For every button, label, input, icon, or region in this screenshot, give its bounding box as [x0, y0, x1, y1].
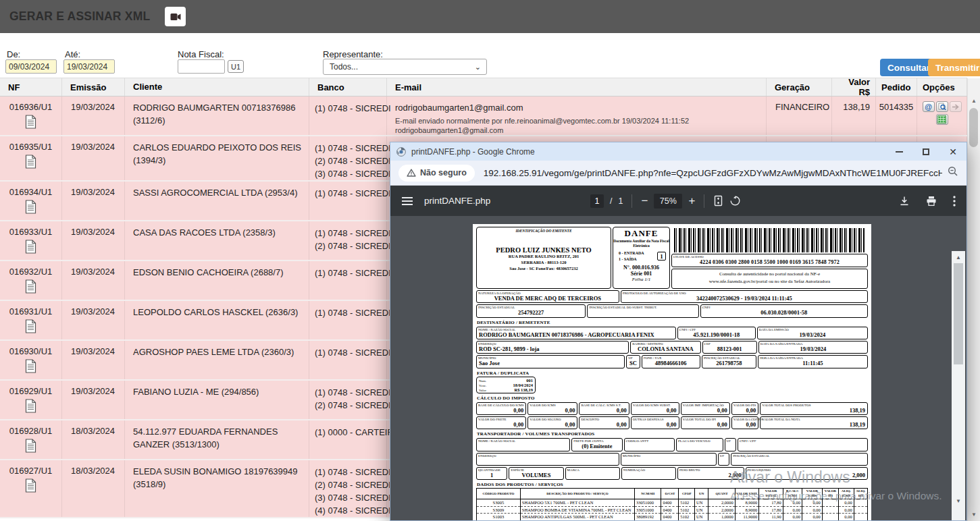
chave-acesso-box: CHAVE DE ACESSO 4224 0306 0300 2800 0158…: [671, 254, 868, 267]
nf-cell: 016928/U1: [0, 420, 62, 459]
document-icon[interactable]: [25, 399, 36, 415]
filter-bar: De: Até: Nota Fiscal: U1 Representante: …: [0, 33, 980, 78]
transporte-campo: QUANTIDADE1: [476, 467, 507, 480]
transporte-campo: CODIGO ANTT: [624, 438, 675, 451]
cliente-cell: AGROSHOP PAES LEME LTDA (2360/3): [125, 341, 309, 379]
search-doc-icon[interactable]: [936, 101, 948, 112]
security-chip-label: Não seguro: [420, 168, 467, 177]
produto-campo: 17,80: [759, 499, 783, 506]
produtos-col-header: VALOR IPI: [822, 489, 838, 499]
destinatario-campo-label: DATA DA EMISSÃO: [759, 328, 789, 331]
transporte-row: ENDEREÇO MUNICÍPIO UF INSCRIÇÃO ESTADUAL: [476, 453, 868, 466]
destinatario-row: NOME / RAZÃO SOCIALRODRIGO BAUMGARTEN 00…: [476, 327, 868, 339]
destinatario-campo: HORA DA SAÍDA/ENTRADA11:11:45: [758, 355, 868, 368]
document-icon[interactable]: [25, 155, 36, 171]
video-tutorial-button[interactable]: [165, 7, 186, 26]
document-icon[interactable]: [25, 478, 36, 495]
produto-campo: UN: [695, 506, 708, 513]
maximize-button[interactable]: [912, 142, 939, 161]
address-bar[interactable]: Não seguro 192.168.25.91/vegom/ge/printD…: [390, 161, 966, 186]
col-email: E-mail: [387, 78, 767, 96]
imposto-campo: VALOR TOTAL DA NOTA138,19: [760, 416, 868, 429]
window-titlebar[interactable]: printDANFE.php - Google Chrome ✕: [390, 142, 966, 161]
pdf-viewport[interactable]: IDENTIFICAÇÃO DO EMITENTE PEDRO LUIZ JUN…: [390, 216, 966, 520]
produtos-col-header: ALIQ. IPI: [854, 489, 867, 499]
zoom-out-button[interactable]: −: [641, 194, 648, 208]
nf-cell: 016931/U1: [0, 301, 62, 339]
ate-label: Até:: [65, 49, 80, 59]
zoom-out-lens-icon[interactable]: [948, 166, 958, 180]
fit-page-icon[interactable]: [713, 195, 723, 207]
security-chip[interactable]: Não seguro: [398, 165, 475, 182]
pdf-scroll-up-icon[interactable]: ▲: [952, 252, 965, 262]
produto-campo: [822, 499, 838, 506]
chave-valor: 4224 0306 0300 2800 0158 5500 1000 0169 …: [673, 259, 866, 265]
download-icon[interactable]: [899, 196, 910, 207]
destinatario-campo-valor: 45.921.190/0001-18: [680, 332, 753, 338]
minimize-button[interactable]: [885, 142, 912, 161]
produtos-col-header: CÓDIGO PRODUTO: [477, 489, 521, 499]
imposto-campo: BASE DE CÁLC. ICMS S.T.0,00: [579, 402, 629, 415]
emissao-cell: 19/03/2024: [62, 341, 125, 379]
url-text[interactable]: 192.168.25.91/vegom/ge/printDANFE.php?nf…: [484, 168, 942, 178]
send-icon[interactable]: [950, 101, 962, 112]
produto-row: S3009SHAMPOO BOMBA DE VITAMINA 700ML - P…: [477, 506, 868, 513]
produtos-col-header: UN: [695, 489, 708, 499]
transporte-campo: INSCRIÇÃO ESTADUAL: [731, 453, 868, 466]
ate-input[interactable]: [63, 59, 115, 74]
close-button[interactable]: ✕: [939, 142, 966, 161]
banco-line: (1) 0748 - SICREDI: [315, 102, 386, 115]
nota-fiscal-input[interactable]: [178, 59, 225, 74]
nf-cell: 016935/U1: [0, 136, 62, 180]
document-icon[interactable]: [25, 439, 36, 455]
imposto-campo-valor: 0,00: [684, 408, 727, 414]
transmitir-button[interactable]: Transmitir: [928, 59, 980, 76]
document-icon[interactable]: [25, 200, 36, 216]
email-at-icon[interactable]: @: [923, 101, 935, 112]
page-scrollbar[interactable]: ▲ ▼: [967, 78, 980, 521]
de-input[interactable]: [5, 59, 57, 74]
destinatario-campo: BAIRRO / DISTRITOCOLONIA SANTANA: [630, 341, 700, 354]
document-icon[interactable]: [25, 319, 36, 335]
table-row[interactable]: 016936/U119/03/2024RODRIGO BAUMGARTEN 00…: [0, 97, 967, 136]
emissao-cell: 19/03/2024: [62, 381, 125, 419]
page-scrollbar-thumb[interactable]: [969, 108, 978, 147]
imposto-campo: VALOR DO PIS0,00: [731, 402, 759, 415]
pdf-scrollbar-thumb[interactable]: [954, 263, 963, 364]
cliente-cell: FABIANO LUZIA - ME (294/856): [125, 381, 309, 419]
chevron-down-icon: ⌄: [475, 63, 481, 72]
produtos-col-header: CFOP: [679, 489, 695, 499]
produto-campo: [854, 514, 867, 520]
document-icon[interactable]: [25, 240, 36, 256]
transporte-campo-valor: 1: [479, 472, 505, 478]
menu-hamburger-icon[interactable]: [402, 196, 413, 206]
rotate-icon[interactable]: [729, 195, 741, 207]
document-icon[interactable]: [25, 115, 36, 131]
zoom-level: 75%: [654, 194, 682, 209]
transporte-campo-valor: [479, 443, 567, 449]
app-screen: GERAR E ASSINAR XML De: Até: Nota Fiscal…: [0, 0, 980, 521]
print-icon[interactable]: [926, 196, 937, 207]
pdf-scrollbar[interactable]: ▲ ▼: [952, 251, 965, 520]
more-options-icon[interactable]: [953, 196, 956, 207]
zoom-in-button[interactable]: +: [688, 194, 695, 208]
scroll-down-arrow-icon[interactable]: ▼: [968, 510, 980, 520]
destinatario-campo-valor: 19/03/2024: [760, 332, 865, 338]
produto-campo: [822, 514, 838, 520]
imposto-campo-label: VALOR TOTAL DO IPI: [683, 418, 716, 421]
cliente-cell: LEOPOLDO CARLOS HASCKEL (2636/3): [125, 301, 309, 339]
transporte-campo-label: PESO LÍQUIDO: [748, 468, 771, 472]
banco-cell: (1) 0748 - SICREDI(2) 0748 - SICREDI(3) …: [309, 460, 387, 517]
document-icon[interactable]: [25, 359, 36, 375]
nf-cell: 016932/U1: [0, 261, 62, 300]
scroll-up-arrow-icon[interactable]: ▲: [968, 96, 980, 106]
xml-grid-icon[interactable]: [936, 114, 948, 125]
destinatario-section: NOME / RAZÃO SOCIALRODRIGO BAUMGARTEN 00…: [476, 327, 868, 368]
page-number-input[interactable]: 1: [590, 194, 604, 208]
document-icon[interactable]: [25, 279, 36, 296]
cliente-cell: SASSI AGROCOMERCIAL LTDA (2953/4): [125, 182, 309, 220]
pdf-scroll-down-icon[interactable]: ▼: [952, 496, 965, 505]
transporte-campo-label: CODIGO ANTT: [626, 439, 649, 443]
destinatario-campo-label: UF: [628, 356, 632, 360]
representante-select[interactable]: Todos... ⌄: [323, 59, 487, 75]
